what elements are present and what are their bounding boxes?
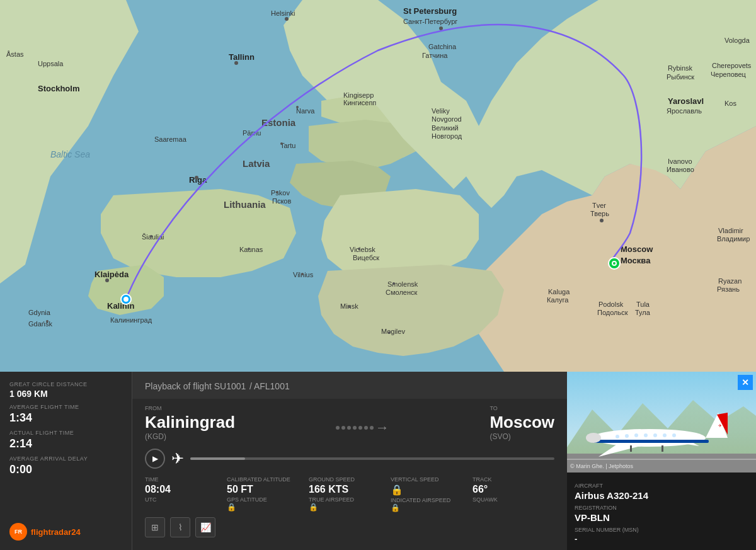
svg-text:Гатчина: Гатчина: [422, 52, 448, 59]
cal-alt-value: 50 FT: [227, 484, 302, 495]
ground-speed-block: GROUND SPEED 166 KTS TRUE AIRSPEED 🔒: [309, 476, 391, 512]
vert-speed-label: VERTICAL SPEED: [391, 476, 466, 483]
play-icon: ▶: [152, 454, 158, 463]
svg-point-40: [46, 320, 49, 323]
svg-text:Kingisepp: Kingisepp: [343, 91, 374, 99]
svg-text:Tallinn: Tallinn: [229, 52, 255, 62]
time-label: TIME: [145, 476, 220, 483]
time-value: 08:04: [145, 484, 220, 495]
aircraft-info: AIRCRAFT Airbus A320-214 REGISTRATION VP…: [567, 473, 756, 550]
from-code: (KGD): [145, 432, 235, 441]
svg-text:Кингисепп: Кингисепп: [343, 99, 376, 106]
lock-icon-2: 🔒: [309, 503, 384, 512]
icon-row: ⊞ ⌇ 📈: [145, 517, 554, 537]
svg-text:Rybinsk: Rybinsk: [668, 64, 693, 72]
actual-flight-label: ACTUAL FLIGHT TIME: [9, 430, 122, 436]
close-button[interactable]: ✕: [738, 375, 753, 390]
right-panel: ✈ © Marin Ghe. | Jetphotos ✕ AIRCRAFT Ai…: [567, 372, 756, 550]
svg-point-50: [348, 306, 351, 308]
svg-point-97: [586, 433, 601, 443]
svg-text:Ярославль: Ярославль: [667, 107, 702, 115]
svg-rect-105: [630, 445, 632, 452]
svg-text:Великий: Великий: [432, 124, 459, 132]
cal-alt-label: CALIBRATED ALTITUDE: [227, 476, 302, 483]
dot-3: [347, 426, 351, 430]
svg-point-37: [105, 278, 109, 282]
lock-icon-1: 🔒: [227, 503, 302, 512]
svg-point-102: [653, 433, 657, 437]
svg-text:Saaremaa: Saaremaa: [154, 135, 187, 143]
photo-credit: © Marin Ghe. | Jetphotos: [570, 463, 633, 469]
aircraft-value: Airbus A320-214: [575, 490, 748, 501]
svg-text:Tver: Tver: [592, 202, 606, 209]
grid-icon-button[interactable]: ⊞: [145, 517, 165, 537]
avg-arrival-block: AVERAGE ARRIVAL DELAY 0:00: [9, 455, 122, 476]
progress-bar-fill: [190, 457, 245, 460]
svg-rect-90: [567, 459, 756, 460]
lock-icon-3: 🔒: [391, 503, 466, 512]
cal-alt-sub: GPS ALTITUDE: [227, 496, 302, 503]
svg-point-12: [439, 26, 443, 30]
svg-text:Novgorod: Novgorod: [432, 115, 462, 123]
to-code: (SVO): [490, 432, 554, 441]
progress-bar-container[interactable]: [190, 457, 554, 460]
svg-text:Klaipėda: Klaipėda: [94, 270, 129, 279]
avg-flight-block: AVERAGE FLIGHT TIME 1:34: [9, 404, 122, 425]
svg-text:Тула: Тула: [635, 309, 651, 316]
avg-flight-value: 1:34: [9, 411, 122, 425]
svg-point-59: [600, 219, 604, 222]
path-icon-button[interactable]: ⌇: [170, 517, 190, 537]
vert-speed-block: VERTICAL SPEED 🔒 INDICATED AIRSPEED 🔒: [391, 476, 472, 512]
svg-text:Рыбинск: Рыбинск: [667, 73, 694, 81]
svg-text:Yaroslavl: Yaroslavl: [668, 96, 704, 106]
svg-text:✈: ✈: [718, 423, 722, 428]
svg-text:Baltic Sea: Baltic Sea: [50, 149, 90, 159]
svg-point-33: [248, 248, 250, 250]
svg-text:Рязань: Рязань: [717, 285, 740, 293]
to-city: Moscow: [490, 413, 554, 432]
svg-text:Псков: Псков: [272, 197, 291, 205]
svg-point-48: [392, 282, 395, 285]
svg-text:Stockholm: Stockholm: [38, 84, 79, 93]
svg-text:Новгород: Новгород: [432, 132, 462, 140]
svg-text:Tula: Tula: [636, 301, 650, 308]
dot-5: [358, 426, 362, 430]
svg-text:Kaunas: Kaunas: [239, 246, 263, 253]
dot-6: [364, 426, 368, 430]
center-panel: Playback of flight SU1001 / AFL1001 FROM…: [132, 372, 567, 550]
chart-icon-button[interactable]: 📈: [195, 517, 215, 537]
svg-point-9: [285, 17, 289, 21]
svg-text:Cherepovets: Cherepovets: [712, 62, 752, 69]
playback-row: ▶ ✈: [145, 449, 554, 469]
svg-text:Moscow: Moscow: [621, 244, 653, 254]
svg-text:Mogilev: Mogilev: [381, 328, 405, 335]
actual-flight-block: ACTUAL FLIGHT TIME 2:14: [9, 430, 122, 450]
svg-text:Kos: Kos: [724, 100, 736, 107]
arrow-right-icon: →: [375, 420, 389, 436]
svg-point-101: [644, 433, 648, 437]
track-value: 66°: [472, 484, 548, 495]
route-row: FROM Kaliningrad (KGD) → TO Moscow (SVO): [145, 405, 554, 441]
svg-point-35: [301, 273, 304, 275]
svg-text:Viciebsk: Viciebsk: [350, 246, 375, 253]
ground-speed-sub: TRUE AIRSPEED: [309, 496, 384, 503]
serial-label: SERIAL NUMBER (MSN): [575, 527, 748, 533]
svg-text:Vladimir: Vladimir: [718, 227, 743, 234]
cal-alt-block: CALIBRATED ALTITUDE 50 FT GPS ALTITUDE 🔒: [227, 476, 309, 512]
play-button[interactable]: ▶: [145, 449, 165, 469]
dot-4: [353, 426, 357, 430]
track-label: TRACK: [472, 476, 548, 483]
svg-text:Калуга: Калуга: [547, 296, 569, 304]
aircraft-label: AIRCRAFT: [575, 483, 748, 489]
svg-point-86: [613, 262, 616, 265]
avg-flight-label: AVERAGE FLIGHT TIME: [9, 404, 122, 410]
svg-point-103: [663, 433, 667, 437]
svg-point-99: [625, 434, 629, 438]
svg-text:Helsinki: Helsinki: [271, 9, 295, 17]
left-stats: GREAT CIRCLE DISTANCE 1 069 KM AVERAGE F…: [0, 372, 132, 550]
svg-point-83: [123, 297, 129, 302]
svg-point-100: [634, 433, 638, 437]
svg-point-16: [234, 61, 238, 65]
flight-title-text: Playback of flight SU1001: [145, 381, 246, 391]
fr24-circle-icon: FR: [9, 523, 27, 541]
